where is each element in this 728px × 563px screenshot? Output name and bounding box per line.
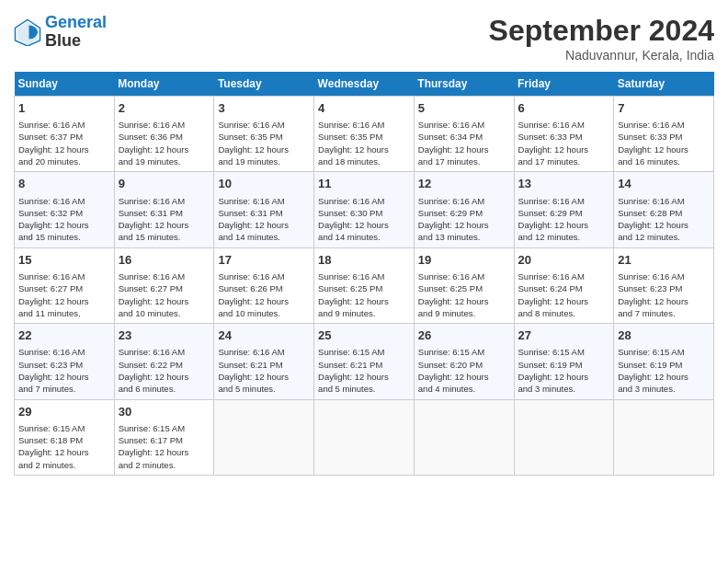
cell-content: Sunrise: 6:16 AM [618, 195, 710, 207]
cell-content: Sunset: 6:23 PM [618, 282, 710, 294]
cell-content: Sunrise: 6:16 AM [618, 270, 710, 282]
cell-content: Daylight: 12 hours [218, 219, 310, 231]
cell-content: Sunrise: 6:16 AM [218, 195, 310, 207]
cell-content: Daylight: 12 hours [518, 295, 610, 307]
cell-content: and 11 minutes. [18, 307, 110, 319]
calendar-cell-9: 9Sunrise: 6:16 AMSunset: 6:31 PMDaylight… [114, 172, 214, 247]
calendar-cell-2: 2Sunrise: 6:16 AMSunset: 6:36 PMDaylight… [114, 97, 214, 172]
cell-content: Sunset: 6:20 PM [418, 359, 510, 371]
cell-content: Sunset: 6:29 PM [518, 207, 610, 219]
calendar-cell-5: 5Sunrise: 6:16 AMSunset: 6:34 PMDaylight… [414, 97, 514, 172]
cell-content: and 19 minutes. [119, 155, 210, 167]
page-header: GeneralBlue September 2024 Naduvannur, K… [14, 14, 714, 63]
day-number: 10 [218, 176, 310, 192]
calendar-cell-14: 14Sunrise: 6:16 AMSunset: 6:28 PMDayligh… [614, 172, 714, 247]
cell-content: and 2 minutes. [119, 459, 210, 471]
location: Naduvannur, Kerala, India [489, 48, 714, 63]
cell-content: Sunset: 6:25 PM [318, 282, 410, 294]
day-number: 5 [418, 100, 510, 117]
cell-content: Sunset: 6:21 PM [318, 359, 410, 371]
cell-content: Daylight: 12 hours [418, 295, 510, 307]
day-header-friday: Friday [514, 72, 614, 97]
day-number: 24 [218, 327, 310, 344]
cell-content: Sunset: 6:29 PM [418, 207, 510, 219]
cell-content: Sunrise: 6:16 AM [218, 346, 310, 358]
day-number: 13 [518, 176, 610, 192]
cell-content: Daylight: 12 hours [618, 371, 710, 383]
day-number: 15 [18, 252, 110, 269]
cell-content: Sunset: 6:24 PM [518, 282, 610, 294]
calendar-cell-25: 25Sunrise: 6:15 AMSunset: 6:21 PMDayligh… [314, 324, 415, 399]
day-number: 8 [18, 176, 110, 192]
cell-content: Sunset: 6:33 PM [618, 131, 710, 143]
calendar-cell-11: 11Sunrise: 6:16 AMSunset: 6:30 PMDayligh… [314, 172, 415, 247]
calendar-cell-30: 30Sunrise: 6:15 AMSunset: 6:17 PMDayligh… [114, 399, 214, 475]
day-number: 19 [418, 252, 510, 269]
cell-content: Sunrise: 6:16 AM [218, 119, 310, 131]
calendar-cell-20: 20Sunrise: 6:16 AMSunset: 6:24 PMDayligh… [514, 247, 614, 323]
cell-content: and 9 minutes. [318, 307, 410, 319]
calendar-cell-28: 28Sunrise: 6:15 AMSunset: 6:19 PMDayligh… [614, 324, 714, 399]
calendar-week-1: 8Sunrise: 6:16 AMSunset: 6:32 PMDaylight… [15, 172, 714, 247]
day-header-tuesday: Tuesday [214, 72, 314, 97]
cell-content: Sunrise: 6:16 AM [418, 195, 510, 207]
cell-content: Sunset: 6:19 PM [518, 359, 610, 371]
cell-content: Sunrise: 6:16 AM [618, 119, 710, 131]
day-number: 6 [518, 100, 610, 117]
day-number: 2 [119, 100, 210, 117]
cell-content: Sunrise: 6:16 AM [418, 119, 510, 131]
cell-content: Daylight: 12 hours [119, 219, 210, 231]
cell-content: and 18 minutes. [318, 155, 410, 167]
cell-content: Daylight: 12 hours [318, 295, 410, 307]
calendar-cell-4: 4Sunrise: 6:16 AMSunset: 6:35 PMDaylight… [314, 97, 415, 172]
calendar-cell-6: 6Sunrise: 6:16 AMSunset: 6:33 PMDaylight… [514, 97, 614, 172]
cell-content: Sunrise: 6:16 AM [518, 195, 610, 207]
cell-content: and 3 minutes. [518, 383, 610, 395]
calendar-cell-17: 17Sunrise: 6:16 AMSunset: 6:26 PMDayligh… [214, 247, 314, 323]
cell-content: Daylight: 12 hours [518, 144, 610, 155]
cell-content: Daylight: 12 hours [418, 144, 510, 155]
cell-content: Daylight: 12 hours [518, 371, 610, 383]
cell-content: Sunrise: 6:16 AM [318, 119, 410, 131]
logo-text: GeneralBlue [45, 14, 107, 51]
calendar-cell-empty [514, 399, 614, 475]
cell-content: and 17 minutes. [518, 155, 610, 167]
cell-content: Sunrise: 6:16 AM [518, 270, 610, 282]
cell-content: and 14 minutes. [318, 231, 410, 243]
calendar-cell-26: 26Sunrise: 6:15 AMSunset: 6:20 PMDayligh… [414, 324, 514, 399]
cell-content: Sunrise: 6:16 AM [18, 195, 110, 207]
cell-content: Daylight: 12 hours [18, 295, 110, 307]
logo: GeneralBlue [14, 14, 107, 51]
cell-content: Daylight: 12 hours [18, 446, 110, 458]
cell-content: Sunrise: 6:15 AM [18, 422, 110, 434]
cell-content: and 16 minutes. [618, 155, 710, 167]
cell-content: and 15 minutes. [119, 231, 210, 243]
cell-content: Sunrise: 6:16 AM [218, 270, 310, 282]
cell-content: Sunset: 6:27 PM [18, 282, 110, 294]
cell-content: Sunset: 6:26 PM [218, 282, 310, 294]
day-number: 26 [418, 327, 510, 344]
cell-content: Daylight: 12 hours [218, 295, 310, 307]
cell-content: Daylight: 12 hours [318, 371, 410, 383]
cell-content: and 10 minutes. [119, 307, 210, 319]
cell-content: Sunset: 6:17 PM [119, 434, 210, 446]
cell-content: Sunrise: 6:16 AM [18, 119, 110, 131]
day-number: 7 [618, 100, 710, 117]
calendar-cell-1: 1Sunrise: 6:16 AMSunset: 6:37 PMDaylight… [15, 97, 115, 172]
cell-content: Sunset: 6:19 PM [618, 359, 710, 371]
day-number: 22 [18, 327, 110, 344]
calendar-cell-empty [414, 399, 514, 475]
cell-content: Sunset: 6:32 PM [18, 207, 110, 219]
day-header-saturday: Saturday [614, 72, 714, 97]
calendar-cell-empty [314, 399, 415, 475]
cell-content: Daylight: 12 hours [318, 144, 410, 155]
calendar-week-0: 1Sunrise: 6:16 AMSunset: 6:37 PMDaylight… [15, 97, 714, 172]
cell-content: Sunrise: 6:16 AM [318, 270, 410, 282]
title-block: September 2024 Naduvannur, Kerala, India [489, 14, 714, 63]
day-number: 14 [618, 176, 710, 192]
cell-content: and 14 minutes. [218, 231, 310, 243]
cell-content: and 12 minutes. [518, 231, 610, 243]
cell-content: and 7 minutes. [18, 383, 110, 395]
calendar-week-3: 22Sunrise: 6:16 AMSunset: 6:23 PMDayligh… [15, 324, 714, 399]
cell-content: and 10 minutes. [218, 307, 310, 319]
